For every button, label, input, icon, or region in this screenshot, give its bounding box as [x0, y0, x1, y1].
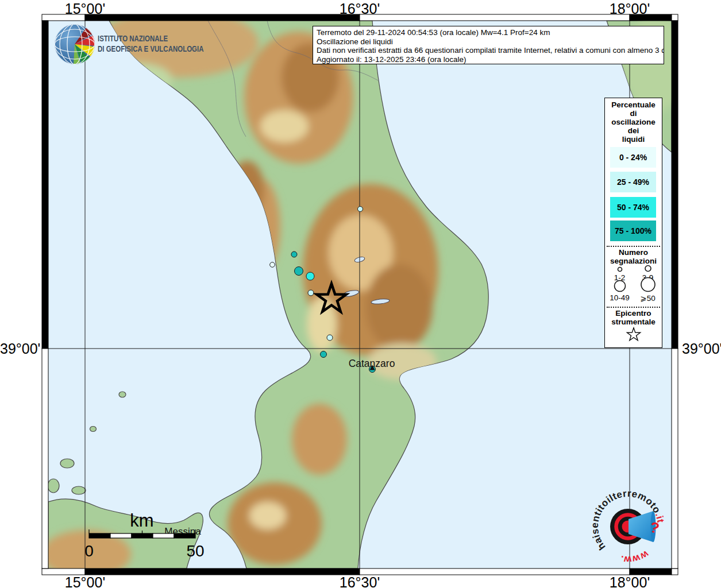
legend-title-line: dei — [605, 126, 662, 135]
legend-class-75-100: 75 - 100% — [610, 220, 656, 241]
island — [90, 427, 97, 432]
signal-circle-icon — [607, 266, 633, 273]
signal-size-label: 10-49 — [610, 293, 630, 302]
report-dot — [321, 351, 327, 358]
scale-unit-label: km — [130, 510, 153, 531]
island — [48, 479, 59, 493]
epicenter-legend-symbol — [605, 326, 662, 343]
signal-circle-icon — [635, 276, 661, 293]
legend-title-line: oscillazione — [605, 118, 662, 126]
legend-divider — [607, 246, 660, 247]
legend-box: Percentuale di oscillazione dei liquidi … — [604, 98, 662, 348]
signal-size-10-49: 10-49 — [607, 279, 633, 302]
coord-bottom-18: 18°00' — [610, 574, 650, 588]
island — [72, 486, 86, 494]
legend-class-50-74: 50 - 74% — [610, 197, 656, 218]
coord-top-15: 15°00' — [65, 1, 105, 17]
report-dot — [291, 252, 297, 257]
coord-right-39: 39°00' — [682, 341, 721, 357]
coord-left-39: 39°00' — [0, 341, 38, 357]
event-info-box: Terremoto del 29-11-2024 00:54:53 (ora l… — [313, 26, 664, 64]
scale-end-label: 50 — [186, 542, 204, 560]
signal-circle-icon — [607, 279, 633, 293]
coord-bottom-15: 15°00' — [65, 574, 105, 588]
map-area: Catanzaro Messina km 0 50 — [41, 9, 687, 578]
signal-size-50plus: ⩾50 — [635, 276, 661, 303]
event-updated: Aggiornato il: 13-12-2025 23:46 (ora loc… — [317, 55, 660, 64]
island — [119, 392, 126, 397]
event-data-note: Dati non verificati estratti da 66 quest… — [317, 46, 660, 55]
legend-divider — [607, 307, 660, 308]
signal-circle-icon — [635, 264, 661, 273]
report-dot — [295, 267, 303, 276]
island — [60, 459, 74, 468]
event-title: Terremoto del 29-11-2024 00:54:53 (ora l… — [317, 28, 660, 37]
report-dot — [306, 272, 314, 280]
event-subtitle: Oscillazione dei liquidi — [317, 37, 660, 47]
star-icon — [625, 326, 642, 343]
legend-title-line: liquidi — [605, 135, 662, 144]
epicenter-title-line: strumentale — [605, 318, 662, 326]
report-dot — [358, 207, 363, 212]
ingv-name-line1: ISTITUTO NAZIONALE — [98, 34, 168, 43]
coord-top-18: 18°00' — [610, 1, 650, 17]
legend-title-line: di — [605, 109, 662, 118]
legend-class-0-24: 0 - 24% — [610, 147, 656, 168]
ingv-name-line2: DI GEOFISICA E VULCANOLOGIA — [98, 44, 203, 53]
signal-size-label: ⩾50 — [640, 293, 655, 303]
coord-top-1630: 16°30' — [340, 1, 380, 17]
signals-title-line: Numero — [605, 248, 662, 257]
legend-class-25-49: 25 - 49% — [610, 172, 656, 192]
report-dot — [308, 290, 314, 296]
epicenter-title-line: Epicentro — [605, 309, 662, 318]
report-dot — [270, 262, 275, 268]
scale-start-label: 0 — [84, 542, 94, 560]
legend-title-line: Percentuale — [605, 100, 662, 109]
report-dot — [327, 335, 333, 341]
coord-bottom-1630: 16°30' — [340, 574, 380, 588]
